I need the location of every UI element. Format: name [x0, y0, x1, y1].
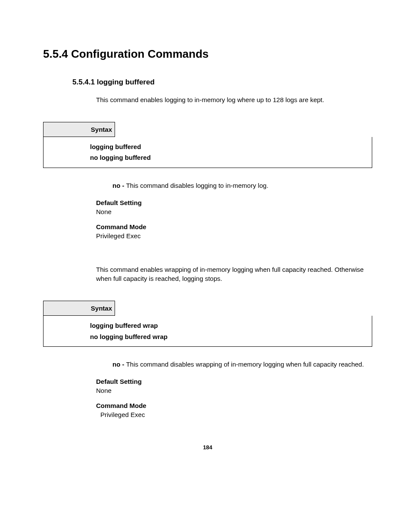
no-prefix: no - [112, 361, 126, 368]
no-option-description: no - This command disables logging to in… [96, 181, 372, 190]
syntax-box-1: Syntax logging buffered no logging buffe… [43, 122, 372, 168]
command-mode-label: Command Mode [96, 402, 372, 409]
default-setting-value: None [96, 387, 372, 394]
details-block-2: Default Setting None Command Mode Privil… [96, 378, 372, 418]
default-setting-label: Default Setting [96, 199, 372, 206]
section-heading: 5.5.4 Configuration Commands [43, 47, 372, 61]
intro-paragraph: This command enables logging to in-memor… [96, 95, 372, 105]
syntax-line: logging buffered [90, 141, 367, 152]
no-text: This command disables logging to in-memo… [126, 182, 268, 189]
command-mode-value: Privileged Exec [100, 411, 372, 418]
syntax-header-label: Syntax [43, 301, 115, 316]
subsection-heading: 5.5.4.1 logging buffered [72, 78, 372, 87]
syntax-header-label: Syntax [43, 122, 115, 137]
heading-title: Configuration Commands [71, 47, 209, 60]
syntax-line: no logging buffered [90, 152, 367, 163]
page-number: 184 [43, 444, 372, 451]
heading-number: 5.5.4 [43, 47, 68, 60]
syntax-line: logging buffered wrap [90, 320, 367, 331]
syntax-line: no logging buffered wrap [90, 331, 367, 342]
command-mode-label: Command Mode [96, 223, 372, 230]
syntax-box-2: Syntax logging buffered wrap no logging … [43, 301, 372, 347]
default-setting-value: None [96, 208, 372, 215]
command-mode-value: Privileged Exec [96, 232, 372, 240]
no-prefix: no - [112, 182, 126, 189]
subheading-number: 5.5.4.1 [72, 78, 95, 86]
subheading-title: logging buffered [97, 78, 155, 86]
syntax-body: logging buffered no logging buffered [43, 137, 372, 168]
details-block: Default Setting None Command Mode Privil… [96, 199, 372, 240]
syntax-body: logging buffered wrap no logging buffere… [43, 316, 372, 347]
intro-paragraph-2: This command enables wrapping of in-memo… [96, 265, 372, 284]
default-setting-label: Default Setting [96, 378, 372, 385]
no-option-description-2: no - This command disables wrapping of i… [96, 360, 372, 369]
no-text: This command disables wrapping of in-mem… [126, 361, 364, 368]
